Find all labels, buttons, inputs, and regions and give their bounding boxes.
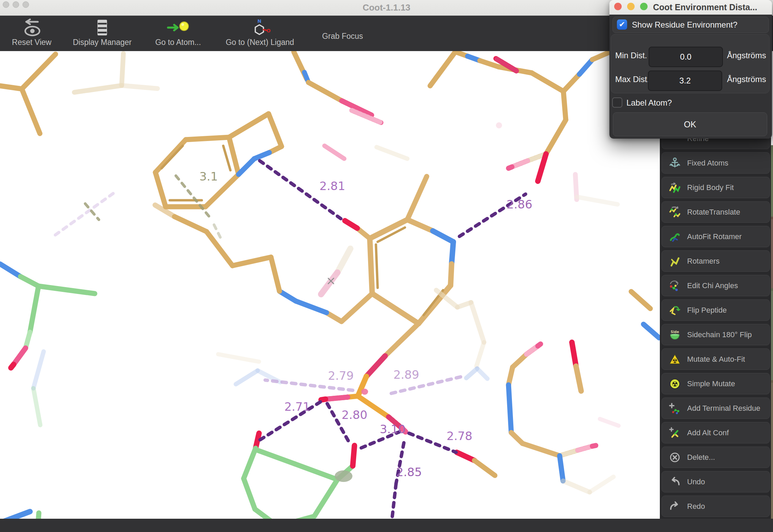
radiation-triangle-icon: ☢ — [669, 353, 681, 365]
svg-text:2.85: 2.85 — [396, 465, 422, 479]
add-alt-conf-icon — [669, 427, 681, 439]
svg-text:☢: ☢ — [672, 380, 678, 388]
rotate-translate-icon — [669, 206, 681, 218]
grab-focus-label: Grab Focus — [315, 32, 370, 41]
svg-text:2.78: 2.78 — [446, 429, 472, 443]
show-residue-environment-row[interactable]: ✔ Show Residue Environment? — [612, 17, 769, 33]
distance-range-group: Min Dist. Ångströms Max Dist. Ångströms — [611, 34, 770, 93]
distance-labels: 2.812.862.792.892.712.803.102.782.853.1 — [199, 170, 532, 479]
delete-icon — [669, 451, 681, 464]
add-alt-conf-button[interactable]: Add Alt Conf — [662, 422, 770, 443]
go-to-ligand-button[interactable]: N O Go to (Next) Ligand — [220, 15, 300, 51]
rotamers-button[interactable]: Rotamers — [662, 250, 770, 272]
rotamer-icon — [669, 255, 681, 267]
undo-icon — [669, 476, 681, 488]
go-to-atom-button[interactable]: Go to Atom... — [148, 15, 208, 51]
show-residue-environment-checkbox[interactable]: ✔ — [617, 19, 627, 30]
autofit-rotamer-icon — [669, 231, 681, 243]
go-to-atom-icon — [148, 18, 208, 38]
autofit-rotamer-button[interactable]: AutoFit Rotamer — [662, 226, 770, 247]
radiation-circle-icon: ☢ — [669, 378, 681, 390]
label-atom-checkbox[interactable] — [612, 97, 622, 108]
rotate-translate-button[interactable]: RotateTranslate — [662, 201, 770, 223]
hbond-dashed-lines — [55, 161, 526, 519]
svg-text:2.80: 2.80 — [342, 408, 367, 422]
dialog-titlebar[interactable]: Coot Environment Dista... — [609, 0, 772, 15]
show-residue-environment-label: Show Residue Environment? — [632, 17, 738, 33]
flip-peptide-icon — [669, 304, 681, 316]
go-to-atom-label: Go to Atom... — [148, 38, 208, 47]
reset-view-button[interactable]: Reset View — [6, 15, 57, 51]
ligand-ring-icon: N O — [220, 18, 300, 38]
dialog-title: Coot Environment Dista... — [653, 0, 757, 15]
svg-text:O: O — [267, 28, 271, 33]
rigid-body-fit-button[interactable]: Rigid Body Fit — [662, 177, 770, 198]
display-manager-button[interactable]: Display Manager — [70, 15, 135, 51]
sidechain-flip-icon: Side — [669, 329, 681, 341]
grab-focus-button[interactable]: Grab Focus — [315, 15, 370, 51]
svg-text:2.71: 2.71 — [284, 400, 310, 413]
ok-button[interactable]: OK — [613, 112, 767, 136]
environment-distances-dialog: Coot Environment Dista... ✔ Show Residue… — [609, 0, 772, 139]
label-atom-label: Label Atom? — [626, 98, 672, 108]
flip-peptide-button[interactable]: Flip Peptide — [662, 299, 770, 321]
edit-chi-angles-button[interactable]: Edit Chi Angles — [662, 275, 770, 296]
min-dist-unit: Ångströms — [727, 51, 766, 60]
dialog-body: ✔ Show Residue Environment? Min Dist. Ån… — [609, 15, 772, 139]
dialog-close-icon[interactable] — [614, 3, 622, 10]
max-dist-input[interactable] — [648, 71, 722, 91]
anchor-icon — [669, 157, 681, 169]
add-terminal-residue-button[interactable]: Add Terminal Residue — [662, 397, 770, 419]
undo-button[interactable]: Undo — [662, 471, 770, 492]
display-manager-icon — [70, 18, 135, 38]
reset-view-label: Reset View — [6, 38, 57, 47]
svg-text:3.10: 3.10 — [380, 422, 406, 436]
delete-button[interactable]: Delete... — [662, 447, 770, 468]
simple-mutate-button[interactable]: ☢ Simple Mutate — [662, 373, 770, 394]
min-dist-label: Min Dist. — [615, 51, 647, 60]
svg-text:N: N — [257, 18, 261, 24]
svg-text:2.86: 2.86 — [506, 198, 532, 211]
modeling-sidebar: Refine Fixed Atoms Rigid Body Fit Rotate… — [660, 122, 771, 519]
rigid-body-icon — [669, 182, 681, 194]
status-bar: INFO:: Centred on residue A 386 LLP in m… — [0, 519, 773, 532]
svg-text:☢: ☢ — [672, 358, 677, 364]
min-dist-input[interactable] — [649, 47, 723, 67]
redo-button[interactable]: Redo — [662, 496, 770, 517]
svg-text:3.1: 3.1 — [199, 170, 218, 183]
svg-text:2.81: 2.81 — [319, 179, 345, 193]
max-dist-label: Max Dist. — [615, 75, 649, 84]
mutate-autofit-button[interactable]: ☢ Mutate & Auto-Fit — [662, 348, 770, 370]
chi-angles-icon — [669, 280, 681, 292]
add-residue-icon — [669, 402, 681, 414]
fixed-atoms-button[interactable]: Fixed Atoms — [662, 152, 770, 174]
sidechain-180-flip-button[interactable]: Side Sidechain 180° Flip — [662, 324, 770, 345]
dialog-zoom-icon[interactable] — [640, 3, 648, 10]
display-manager-label: Display Manager — [70, 38, 135, 47]
dialog-minimize-icon[interactable] — [627, 3, 635, 10]
svg-text:2.79: 2.79 — [328, 369, 354, 382]
max-dist-unit: Ångströms — [727, 75, 766, 84]
reset-view-icon — [6, 18, 57, 38]
svg-text:2.89: 2.89 — [393, 368, 419, 381]
dialog-traffic-lights — [614, 3, 648, 10]
svg-text:Side: Side — [671, 330, 679, 334]
redo-icon — [669, 500, 681, 513]
go-to-ligand-label: Go to (Next) Ligand — [220, 38, 300, 47]
